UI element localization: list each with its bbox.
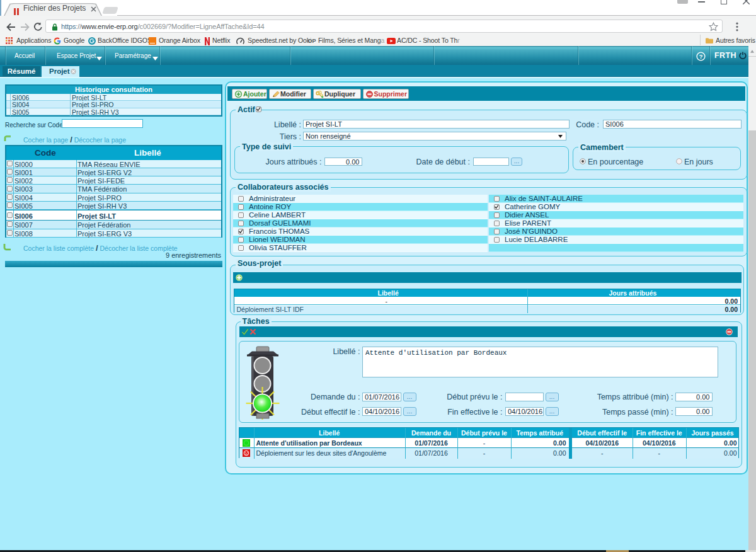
svg-text:?: ?	[699, 53, 703, 59]
